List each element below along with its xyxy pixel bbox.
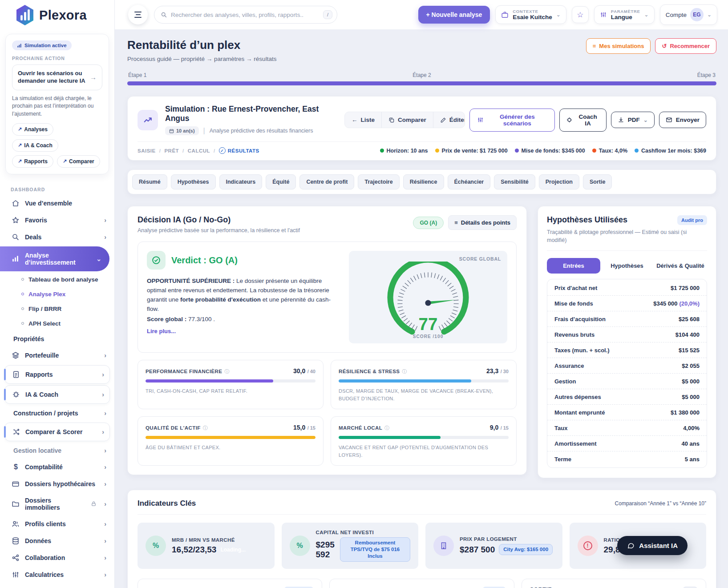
assumptions-tab-hypotheses[interactable]: Hypothèses <box>600 258 654 274</box>
tab-resilience[interactable]: Résilience <box>403 174 444 189</box>
sidebar-item-dossiers-hypothecaires[interactable]: Dossiers hypothécaires› <box>0 475 114 492</box>
send-button[interactable]: Envoyer <box>659 112 706 128</box>
info-icon[interactable]: ⓘ <box>384 425 389 431</box>
lock-icon <box>91 501 99 507</box>
context-selector[interactable]: CONTEXTE Esaie Kuitche ⌄ <box>495 5 566 24</box>
parameter-value: Langue <box>611 14 640 20</box>
menu-toggle-button[interactable] <box>128 5 148 24</box>
sidebar-item-gestion-locative[interactable]: Gestion locative› <box>0 443 114 459</box>
sidebar-item-dossiers-immobiliers[interactable]: Dossiers immobiliers › <box>0 492 114 516</box>
quick-link-comparer[interactable]: ↗Comparer <box>57 155 100 168</box>
gauge-sub: SCORE /100 <box>413 334 444 339</box>
status-chip-cashflow: Cashflow 1er mois: $369 <box>635 148 706 154</box>
pdf-download-button[interactable]: PDF⌄ <box>611 112 655 128</box>
account-menu[interactable]: Compte EG ⌄ <box>660 4 717 25</box>
breadcrumb-calcul[interactable]: CALCUL <box>188 148 210 153</box>
sidebar-item-analyse-investissement[interactable]: Analyse d’investissement⌄ <box>0 246 109 271</box>
sidebar-item-comparer-scorer[interactable]: Comparer & Scorer› <box>12 428 104 436</box>
tab-projection[interactable]: Projection <box>539 174 579 189</box>
sidebar-item-portefeuille[interactable]: Portefeuille› <box>0 347 114 364</box>
edit-button[interactable]: Éditer <box>433 112 465 128</box>
sidebar-item-calculatrices[interactable]: Calculatrices› <box>0 566 114 583</box>
sidebar-item-collaboration[interactable]: Collaboration› <box>0 549 114 566</box>
tab-equite[interactable]: Équité <box>266 174 296 189</box>
tab-resume[interactable]: Résumé <box>132 174 167 189</box>
tab-sortie[interactable]: Sortie <box>583 174 612 189</box>
sidebar-subitem-flip-brrr[interactable]: Flip / BRRR <box>0 302 114 316</box>
chevron-right-icon: › <box>104 571 106 578</box>
status-chip-mise-de-fonds: Mise de fonds: $345 000 <box>515 148 585 154</box>
account-label: Compte <box>666 12 687 18</box>
read-more-link[interactable]: Lire plus... <box>147 328 339 334</box>
sidebar-subitem-analyse-plex[interactable]: Analyse Plex <box>0 287 114 302</box>
percent-icon: % <box>146 536 166 556</box>
tab-sensibilite[interactable]: Sensibilité <box>494 174 535 189</box>
brand-logo[interactable]: Plexora <box>0 0 114 29</box>
calendar-icon <box>169 129 174 133</box>
dollar-icon: $ <box>12 463 20 471</box>
assumptions-title: Hypothèses Utilisées <box>547 215 627 225</box>
assumptions-tab-derives[interactable]: Dérivés & Qualité <box>654 258 707 274</box>
verdict-text: OPPORTUNITÉ SUPÉRIEURE : Le dossier prés… <box>147 277 339 314</box>
sidebar-item-ia-coach[interactable]: IA & Coach› <box>12 391 104 399</box>
breadcrumb-saisie[interactable]: SAISIE <box>138 148 156 153</box>
chevron-right-icon: › <box>104 520 106 528</box>
metric-prix-logement: PRIX PAR LOGEMENT $287 500City Avg: $165… <box>425 523 562 569</box>
list-back-button[interactable]: ←Liste <box>345 112 381 128</box>
score-card-resilience: RÉSILIENCE & STRESSⓘ23,3 / 30 DSCR, MARG… <box>331 360 517 409</box>
sidebar-item-proprietes[interactable]: Propriétés <box>0 331 114 347</box>
quick-link-analyses[interactable]: ↗Analyses <box>12 123 53 136</box>
assumptions-tab-entrees[interactable]: Entrées <box>547 258 600 274</box>
table-row: Gestion$5 000 <box>547 374 707 389</box>
tab-centre-de-profit[interactable]: Centre de profit <box>299 174 354 189</box>
sidebar-item-rapports[interactable]: Rapports› <box>12 371 104 379</box>
bullet-icon <box>21 322 24 325</box>
table-row: Montant emprunté$1 380 000 <box>547 405 707 420</box>
language-selector[interactable]: PARAMÈTRE Langue ⌄ <box>594 5 655 24</box>
table-row: Prix d'achat net$1 725 000 <box>547 280 707 296</box>
sidebar-item-construction-projets[interactable]: Construction / projets› <box>0 405 114 421</box>
my-simulations-button[interactable]: ≡Mes simulations <box>586 38 651 54</box>
info-icon[interactable]: ⓘ <box>224 368 229 375</box>
restart-button[interactable]: ↺Recommencer <box>655 38 716 54</box>
quick-link-rapports[interactable]: ↗Rapports <box>12 155 53 168</box>
assistant-ia-button[interactable]: Assistant IA <box>617 536 688 555</box>
search-input[interactable] <box>171 12 320 18</box>
sidebar-item-favoris[interactable]: Favoris› <box>0 212 114 229</box>
table-row: Assurance$2 055 <box>547 358 707 374</box>
tab-echeancier[interactable]: Échéancier <box>448 174 491 189</box>
list-icon: ≡ <box>593 43 596 49</box>
sidebar-subitem-tableau-de-bord[interactable]: Tableau de bord analyse <box>0 272 114 287</box>
info-icon[interactable]: ⓘ <box>203 425 208 431</box>
gauge-caption: SCORE GLOBAL <box>355 256 501 262</box>
new-analysis-button[interactable]: + Nouvelle analyse <box>418 6 490 24</box>
document-icon <box>12 371 20 379</box>
sidebar-item-compte-acces[interactable]: Compte & accès› <box>0 583 114 588</box>
next-action-button[interactable]: Ouvrir les scénarios ou demander une lec… <box>12 64 102 90</box>
sidebar-subitem-aph-select[interactable]: APH Select <box>0 316 114 331</box>
external-link-icon: ↗ <box>18 158 22 164</box>
layers-icon <box>12 351 20 359</box>
generate-scenarios-button[interactable]: Générer des scénarios <box>469 109 554 132</box>
sidebar-item-comptabilite[interactable]: $ Comptabilité› <box>0 459 114 475</box>
coach-ia-button[interactable]: Coach IA <box>559 109 607 132</box>
sidebar-item-profils-clients[interactable]: Profils clients› <box>0 516 114 532</box>
tab-trajectoire[interactable]: Trajectoire <box>358 174 399 189</box>
wizard-progress-bar <box>127 81 716 85</box>
quick-link-ia-coach[interactable]: ↗IA & Coach <box>12 139 58 152</box>
sidebar-item-deals[interactable]: Deals› <box>0 229 114 246</box>
sidebar-item-donnees[interactable]: Données› <box>0 532 114 549</box>
info-icon[interactable]: ⓘ <box>402 368 407 375</box>
tab-indicateurs[interactable]: Indicateurs <box>219 174 263 189</box>
breadcrumb-resultats[interactable]: ✓RÉSULTATS <box>219 147 259 154</box>
table-row: Terme5 ans <box>547 451 707 467</box>
search-icon <box>161 12 167 18</box>
compare-button[interactable]: Comparer <box>381 112 433 128</box>
next-action-card: Simulation active PROCHAINE ACTION Ouvri… <box>5 34 109 174</box>
tab-hypotheses[interactable]: Hypothèses <box>171 174 216 189</box>
external-link-icon: ↗ <box>18 142 22 148</box>
favorite-button[interactable]: ☆ <box>572 6 589 23</box>
sidebar-item-vue-densemble[interactable]: Vue d’ensemble <box>0 195 114 212</box>
details-points-button[interactable]: ≡Détails des points <box>448 215 517 230</box>
breadcrumb-pret[interactable]: PRÊT <box>164 148 179 153</box>
